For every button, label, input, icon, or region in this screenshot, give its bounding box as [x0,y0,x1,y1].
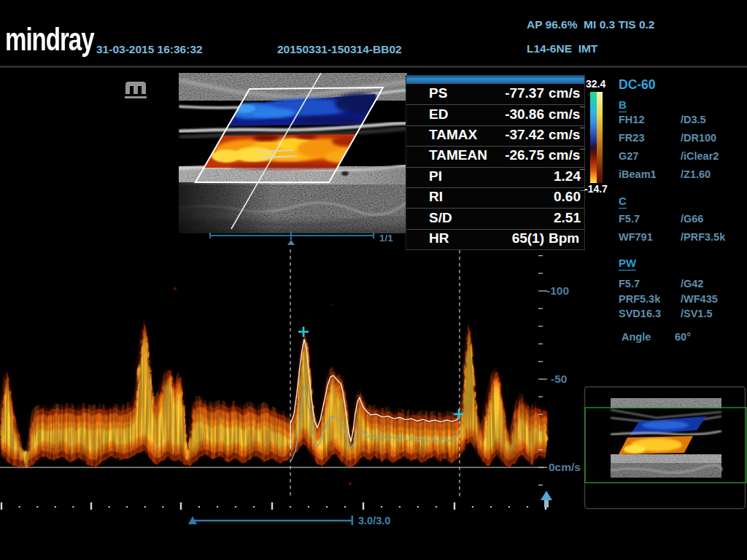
svg-text:-50: -50 [551,373,567,385]
svg-text:3.0/3.0: 3.0/3.0 [358,515,390,526]
svg-text:0cm/s: 0cm/s [549,461,581,473]
svg-text:1/1: 1/1 [379,233,393,244]
svg-text:-100: -100 [546,284,569,297]
